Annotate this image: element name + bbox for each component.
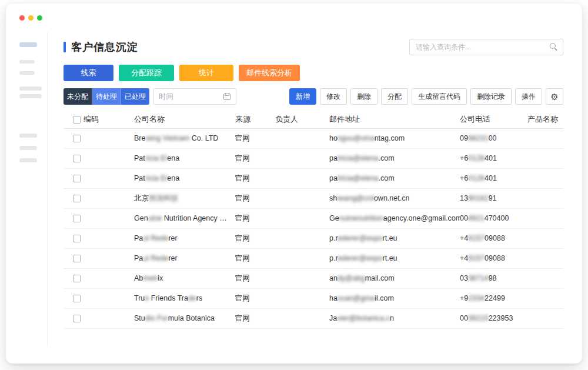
- visible-text: ha: [329, 294, 338, 302]
- page-header: 客户信息沉淀: [64, 39, 563, 55]
- assign-button[interactable]: 分配: [381, 88, 408, 105]
- row-select-cell: [64, 168, 83, 188]
- cell-code: [83, 168, 134, 188]
- edit-button[interactable]: 修改: [320, 88, 347, 105]
- tab-email-lead-analysis[interactable]: 邮件线索分析: [239, 65, 300, 81]
- tab-leads[interactable]: 线索: [64, 65, 113, 81]
- cell-source: 官网: [235, 288, 275, 308]
- visible-text: Stu: [134, 314, 145, 322]
- cell-code: [83, 188, 134, 208]
- redacted-text: vier@botanica.c: [337, 314, 390, 322]
- operate-button[interactable]: 操作: [515, 88, 542, 105]
- visible-text: ho: [329, 134, 338, 142]
- cell-source: 官网: [235, 168, 275, 188]
- tab-stats[interactable]: 统计: [179, 65, 233, 81]
- visible-text: +6: [460, 154, 468, 162]
- search-box: [409, 39, 563, 55]
- cell-product: [527, 168, 563, 188]
- cell-code: [83, 148, 134, 168]
- cell-phone: +9233422499: [460, 288, 527, 308]
- sidebar-placeholder: [19, 158, 37, 162]
- tab-assign-track[interactable]: 分配跟踪: [119, 65, 174, 81]
- close-button[interactable]: [19, 15, 25, 21]
- row-checkbox[interactable]: [73, 175, 81, 182]
- cell-email: andy@abgmail.com: [329, 268, 460, 288]
- row-checkbox[interactable]: [73, 195, 81, 202]
- minimize-button[interactable]: [28, 15, 34, 21]
- row-checkbox[interactable]: [73, 295, 81, 302]
- col-header-company: 公司名称: [134, 111, 235, 128]
- row-checkbox[interactable]: [73, 315, 81, 322]
- visible-text: 91: [489, 194, 497, 202]
- visible-text: 00: [460, 214, 468, 222]
- sidebar-placeholder: [19, 71, 35, 75]
- page-title-block: 客户信息沉淀: [64, 40, 138, 54]
- redacted-text: dy@abg: [338, 274, 365, 282]
- visible-text: +6: [460, 174, 468, 182]
- search-input[interactable]: [409, 39, 563, 55]
- cell-product: [527, 148, 563, 168]
- add-button[interactable]: 新增: [289, 88, 316, 105]
- col-header-product: 产品名称: [527, 111, 563, 128]
- visible-text: mula Botanica: [168, 314, 215, 322]
- redacted-text: 80162: [468, 194, 489, 202]
- cell-company: Paul Rederer: [134, 248, 235, 268]
- cell-company: 北京恒润科技: [134, 188, 235, 208]
- redacted-text: 9157: [468, 234, 485, 242]
- visible-text: rt.eu: [383, 234, 397, 242]
- row-checkbox[interactable]: [73, 255, 81, 262]
- visible-text: ix: [158, 274, 163, 282]
- table-row: Brewing Vietnam Co. LTD官网hongvu@vinantag…: [64, 128, 563, 148]
- search-icon[interactable]: [550, 43, 558, 51]
- redacted-text: tricia@elena: [338, 154, 379, 162]
- cell-company: Patricia Elena: [134, 168, 235, 188]
- redacted-text: 0128: [468, 154, 485, 162]
- visible-text: 223953: [489, 314, 513, 322]
- visible-text: 13: [460, 194, 468, 202]
- redacted-text: uine: [148, 214, 162, 222]
- delete-records-button[interactable]: 删除记录: [470, 88, 512, 105]
- filter-unassigned[interactable]: 未分配: [64, 88, 92, 105]
- cell-code: [83, 268, 134, 288]
- visible-text: p.r: [329, 234, 338, 242]
- row-checkbox[interactable]: [73, 135, 81, 142]
- row-checkbox[interactable]: [73, 215, 81, 222]
- filter-pending[interactable]: 待处理: [92, 88, 121, 105]
- cell-phone: 033871498: [460, 268, 527, 288]
- row-checkbox[interactable]: [73, 275, 81, 282]
- visible-text: Nutrition Agency …: [162, 214, 226, 222]
- redacted-text: ederer@expo: [338, 254, 383, 262]
- cell-product: [527, 208, 563, 228]
- table-row: True Friends Traders官网hassan@gmail.com+9…: [64, 288, 563, 308]
- delete-button[interactable]: 删除: [350, 88, 377, 105]
- visible-text: Pa: [134, 234, 143, 242]
- filter-processed[interactable]: 已处理: [121, 88, 149, 105]
- maximize-button[interactable]: [37, 15, 42, 21]
- redacted-text: wing Vietnam: [145, 134, 189, 142]
- cell-owner: [275, 288, 329, 308]
- visible-text: ena: [167, 174, 179, 182]
- sidebar-placeholder: [19, 60, 35, 64]
- cell-owner: [275, 228, 329, 248]
- redacted-text: 2334: [468, 294, 485, 302]
- cell-product: [527, 268, 563, 288]
- redacted-text: e: [145, 294, 149, 302]
- row-checkbox[interactable]: [73, 235, 81, 242]
- select-all-checkbox[interactable]: [73, 116, 81, 124]
- visible-text: ntag.com: [375, 134, 405, 142]
- cell-source: 官网: [235, 128, 275, 148]
- sidebar-placeholder: [19, 94, 42, 98]
- redacted-text: ngvu@vina: [338, 134, 375, 142]
- cell-owner: [275, 268, 329, 288]
- date-filter[interactable]: 时间: [153, 88, 236, 105]
- visible-text: Friends Tra: [149, 294, 188, 302]
- visible-text: Co. LTD: [189, 134, 218, 142]
- redacted-text: metr: [143, 274, 158, 282]
- redacted-text: iwang@crd: [337, 194, 374, 202]
- table-row: Studio Formula Botanica官网Javier@botanica…: [64, 308, 563, 328]
- generate-message-code-button[interactable]: 生成留言代码: [412, 88, 467, 105]
- tab-bar: 线索分配跟踪统计邮件线索分析: [64, 65, 563, 81]
- row-checkbox[interactable]: [73, 155, 81, 162]
- visible-text: ena: [167, 154, 179, 162]
- settings-gear-icon[interactable]: ⚙: [546, 88, 563, 105]
